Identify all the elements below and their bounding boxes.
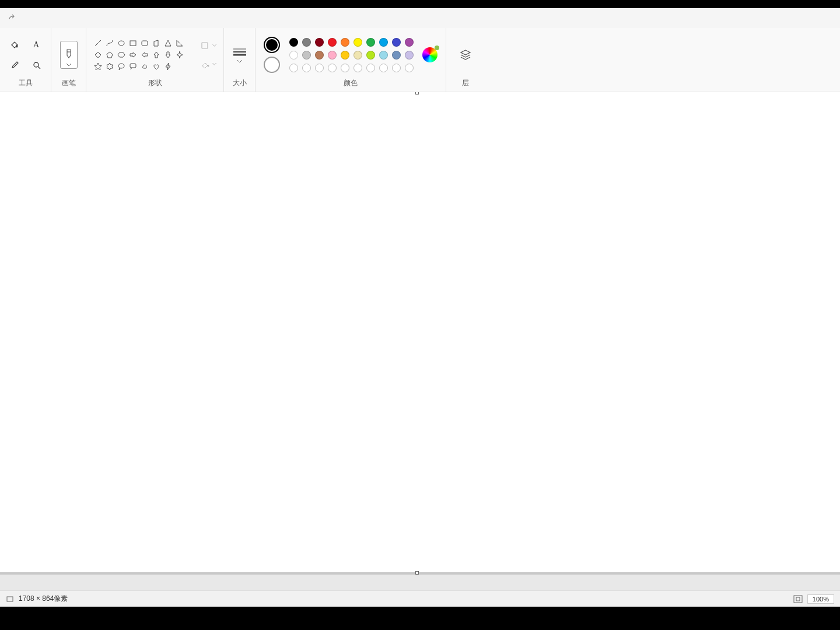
color-swatch[interactable]	[366, 38, 375, 47]
svg-rect-6	[130, 64, 136, 68]
color-swatch[interactable]	[379, 51, 388, 60]
group-shapes: 形状	[86, 28, 224, 92]
svg-point-5	[118, 64, 124, 68]
shape-rounded-rect[interactable]	[139, 37, 150, 49]
color-swatch[interactable]	[379, 38, 388, 47]
svg-rect-10	[794, 596, 802, 603]
layers-button[interactable]	[446, 48, 485, 61]
brush-label: 画笔	[51, 78, 86, 89]
color-picker-tool[interactable]	[4, 55, 25, 75]
shape-triangle[interactable]	[162, 37, 174, 49]
color-2[interactable]	[264, 57, 280, 73]
color-swatch[interactable]	[405, 38, 414, 47]
color-1[interactable]	[264, 37, 280, 53]
title-bar	[0, 0, 840, 8]
custom-color-slot[interactable]	[366, 64, 375, 72]
svg-rect-9	[7, 597, 13, 601]
custom-color-slot[interactable]	[379, 64, 388, 72]
color-swatch[interactable]	[315, 38, 324, 47]
color-swatch[interactable]	[289, 38, 298, 47]
shape-callout-rounded[interactable]	[116, 61, 127, 72]
color-swatch[interactable]	[302, 38, 311, 47]
shapes-gallery[interactable]	[86, 37, 191, 72]
color-swatch[interactable]	[354, 51, 362, 60]
custom-color-slot[interactable]	[354, 64, 362, 72]
color-swatch[interactable]	[328, 38, 337, 47]
shape-4star[interactable]	[174, 49, 186, 61]
group-tools: A 工具	[0, 28, 51, 92]
size-dropdown[interactable]	[224, 47, 256, 63]
quick-access-toolbar	[0, 8, 840, 28]
shape-5star[interactable]	[92, 61, 104, 72]
custom-color-slot[interactable]	[341, 64, 349, 72]
color-swatch[interactable]	[354, 38, 362, 47]
canvas-size-text: 1708 × 864像素	[19, 594, 68, 604]
shape-callout-rect[interactable]	[127, 61, 139, 72]
shape-outline-dropdown[interactable]	[201, 41, 216, 50]
svg-point-8	[208, 65, 209, 67]
color-swatch[interactable]	[341, 51, 349, 60]
shape-lightning[interactable]	[162, 61, 174, 72]
shape-arrow-up[interactable]	[150, 49, 162, 61]
shape-arrow-down[interactable]	[162, 49, 174, 61]
shape-pentagon[interactable]	[104, 49, 116, 61]
fill-tool[interactable]	[4, 34, 25, 54]
canvas[interactable]	[0, 92, 840, 572]
svg-point-2	[118, 41, 124, 46]
color-swatch[interactable]	[341, 38, 349, 47]
color-swatch[interactable]	[405, 51, 414, 60]
shape-right-triangle[interactable]	[174, 37, 186, 49]
color-swatch[interactable]	[328, 51, 337, 60]
custom-color-slot[interactable]	[302, 64, 311, 72]
bottom-bar	[0, 607, 840, 630]
shape-polygon[interactable]	[150, 37, 162, 49]
custom-color-slot[interactable]	[315, 64, 324, 72]
shape-heart[interactable]	[150, 61, 162, 72]
custom-color-slot[interactable]	[328, 64, 337, 72]
edit-colors-button[interactable]	[422, 47, 438, 62]
resize-handle-bottom[interactable]	[415, 571, 419, 575]
colors-label: 颜色	[256, 78, 446, 89]
svg-rect-11	[796, 597, 800, 601]
svg-text:A: A	[33, 40, 40, 49]
group-brush: 画笔	[51, 28, 86, 92]
color-swatch[interactable]	[366, 51, 375, 60]
zoom-level[interactable]: 100%	[807, 594, 834, 604]
redo-button[interactable]	[7, 13, 16, 23]
shape-line[interactable]	[92, 37, 104, 49]
magnifier-tool[interactable]	[26, 55, 47, 75]
canvas-size-icon	[6, 595, 14, 603]
shape-fill-dropdown[interactable]	[201, 60, 216, 68]
text-tool[interactable]: A	[26, 34, 47, 54]
workspace	[0, 92, 840, 590]
tools-label: 工具	[0, 78, 51, 89]
color-swatch[interactable]	[289, 51, 298, 60]
size-label: 大小	[224, 78, 255, 89]
shape-6star[interactable]	[104, 61, 116, 72]
shape-callout-cloud[interactable]	[139, 61, 150, 72]
color-swatch[interactable]	[315, 51, 324, 60]
color-swatches	[287, 36, 415, 74]
shape-rect[interactable]	[127, 37, 139, 49]
fit-screen-icon[interactable]	[793, 595, 803, 603]
canvas-background	[0, 575, 840, 590]
custom-color-slot[interactable]	[405, 64, 414, 72]
group-size: 大小	[224, 28, 256, 92]
shape-arrow-right[interactable]	[127, 49, 139, 61]
color-swatch[interactable]	[302, 51, 311, 60]
custom-color-slot[interactable]	[392, 64, 401, 72]
color-swatch[interactable]	[392, 38, 401, 47]
shape-arrow-left[interactable]	[139, 49, 150, 61]
svg-rect-4	[142, 41, 148, 46]
shape-oval[interactable]	[116, 37, 127, 49]
ribbon: A 工具	[0, 28, 840, 92]
status-bar: 1708 × 864像素 100%	[0, 590, 840, 607]
shape-hexagon[interactable]	[116, 49, 127, 61]
custom-color-slot[interactable]	[289, 64, 298, 72]
shape-diamond[interactable]	[92, 49, 104, 61]
brush-dropdown[interactable]	[60, 41, 78, 69]
shape-curve[interactable]	[104, 37, 116, 49]
resize-handle-top[interactable]	[415, 92, 419, 94]
color-swatch[interactable]	[392, 51, 401, 60]
shapes-label: 形状	[86, 78, 223, 89]
